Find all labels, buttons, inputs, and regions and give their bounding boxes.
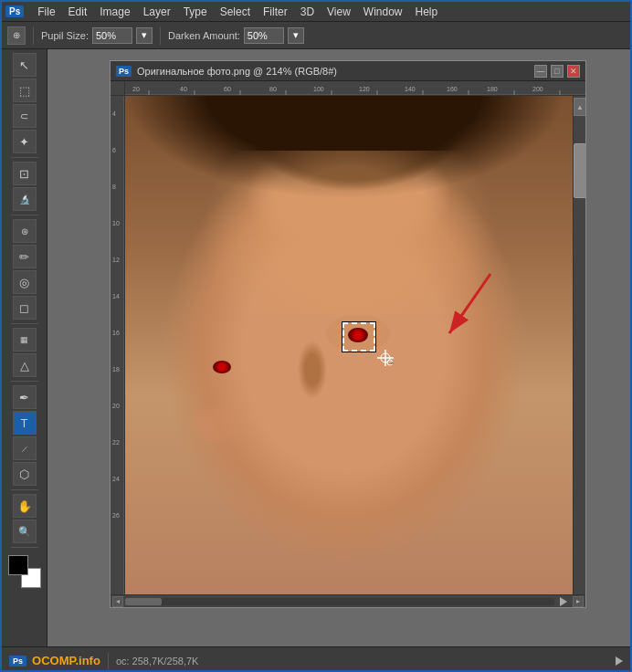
- menu-layer[interactable]: Layer: [137, 4, 177, 20]
- tool-move[interactable]: ↖: [13, 53, 37, 77]
- status-divider: [108, 653, 109, 669]
- menu-file[interactable]: File: [31, 4, 61, 20]
- tool-separator-1: [11, 157, 38, 158]
- tool-crop[interactable]: ⊡: [13, 162, 37, 185]
- scroll-left-btn[interactable]: ◂: [112, 596, 123, 607]
- menu-view[interactable]: View: [321, 4, 357, 20]
- ruler-row: 20 40 60 80 100 120 140: [111, 81, 585, 96]
- doc-title: Оригинальное фото.png @ 214% (RGB/8#): [137, 66, 534, 77]
- svg-text:20: 20: [132, 86, 140, 92]
- svg-text:14: 14: [112, 293, 120, 299]
- tool-clone[interactable]: ◎: [13, 270, 37, 294]
- tool-separator-2: [11, 215, 38, 215]
- photo: +: [125, 96, 573, 594]
- svg-text:12: 12: [112, 257, 120, 263]
- canvas-area[interactable]: Ps Оригинальное фото.png @ 214% (RGB/8#)…: [47, 49, 630, 646]
- tool-pen[interactable]: ✒: [13, 385, 37, 409]
- tool-path-select[interactable]: ⟋: [13, 436, 37, 460]
- svg-text:16: 16: [112, 330, 120, 336]
- tool-marquee[interactable]: ⬚: [13, 79, 37, 102]
- doc-minimize-btn[interactable]: —: [534, 65, 547, 78]
- darken-amount-dropdown[interactable]: ▾: [288, 27, 304, 44]
- svg-text:22: 22: [112, 439, 120, 446]
- ps-logo: Ps: [5, 5, 24, 17]
- tool-magic-wand[interactable]: ✦: [13, 130, 37, 153]
- menu-window[interactable]: Window: [357, 4, 409, 20]
- tool-hand[interactable]: ✋: [13, 494, 37, 518]
- tool-brush[interactable]: ✏: [13, 245, 37, 268]
- tool-separator-6: [11, 547, 38, 548]
- svg-text:24: 24: [112, 476, 120, 482]
- ruler-horizontal: 20 40 60 80 100 120 140: [125, 81, 585, 96]
- doc-controls: — □ ✕: [534, 65, 580, 78]
- menu-filter[interactable]: Filter: [257, 4, 294, 20]
- toolbar-divider-2: [160, 26, 161, 45]
- doc-ps-logo: Ps: [116, 66, 132, 77]
- ruler-vertical: 4 6 8 10 12 14 16 18 20 22 24 26: [111, 96, 125, 594]
- svg-text:80: 80: [269, 86, 277, 92]
- pupil-size-label: Pupil Size:: [41, 30, 89, 41]
- redeye-tool-icon[interactable]: ⊕: [7, 26, 26, 45]
- tool-separator-4: [11, 381, 38, 382]
- tool-gradient[interactable]: ▦: [13, 328, 37, 352]
- pupil-size-group: Pupil Size: ▾: [41, 27, 153, 44]
- svg-text:60: 60: [224, 86, 231, 92]
- menu-edit[interactable]: Edit: [62, 4, 94, 20]
- scrollbar-horizontal[interactable]: ◂ ▸: [111, 594, 585, 607]
- tool-separator-5: [11, 489, 38, 490]
- tool-type[interactable]: T: [13, 411, 37, 435]
- doc-maximize-btn[interactable]: □: [551, 65, 564, 78]
- tool-spot-heal[interactable]: ⊛: [13, 219, 37, 243]
- darken-amount-group: Darken Amount: ▾: [168, 27, 304, 44]
- status-ps-logo: Ps: [9, 656, 26, 667]
- menu-bar: Ps File Edit Image Layer Type Select Fil…: [2, 2, 630, 22]
- svg-text:6: 6: [112, 147, 116, 153]
- scroll-thumb[interactable]: [125, 598, 162, 605]
- menu-image[interactable]: Image: [93, 4, 136, 20]
- scroll-play-btn[interactable]: [560, 597, 567, 606]
- color-swatches[interactable]: [8, 555, 41, 588]
- pupil-size-input[interactable]: [92, 27, 132, 44]
- darken-amount-input[interactable]: [244, 27, 284, 44]
- image-canvas[interactable]: +: [125, 96, 573, 594]
- menu-type[interactable]: Type: [177, 4, 214, 20]
- svg-text:20: 20: [112, 403, 120, 409]
- doc-body: 4 6 8 10 12 14 16 18 20 22 24 26: [111, 96, 585, 594]
- tool-zoom[interactable]: 🔍: [13, 520, 37, 543]
- document-window: Ps Оригинальное фото.png @ 214% (RGB/8#)…: [110, 60, 586, 608]
- doc-titlebar: Ps Оригинальное фото.png @ 214% (RGB/8#)…: [111, 61, 585, 81]
- svg-text:26: 26: [112, 512, 120, 519]
- tool-eraser[interactable]: ◻: [13, 296, 37, 320]
- tool-lasso[interactable]: ⊂: [13, 104, 37, 128]
- svg-text:10: 10: [112, 220, 120, 226]
- tool-shape[interactable]: ⬡: [13, 462, 37, 486]
- red-eye-left: [213, 361, 231, 373]
- svg-text:100: 100: [313, 86, 324, 92]
- scroll-right-btn[interactable]: ▸: [573, 596, 584, 607]
- menu-select[interactable]: Select: [214, 4, 257, 20]
- svg-text:180: 180: [487, 86, 498, 92]
- darken-amount-label: Darken Amount:: [168, 30, 240, 41]
- selection-box: [342, 322, 375, 352]
- options-toolbar: ⊕ Pupil Size: ▾ Darken Amount: ▾: [2, 22, 630, 49]
- scrollbar-vertical[interactable]: ▲: [573, 96, 585, 594]
- scroll-track[interactable]: [125, 598, 554, 605]
- svg-text:4: 4: [112, 110, 116, 117]
- doc-content: 20 40 60 80 100 120 140: [111, 81, 585, 607]
- status-play-btn[interactable]: [616, 656, 623, 666]
- menu-help[interactable]: Help: [409, 4, 445, 20]
- main-area: ↖ ⬚ ⊂ ✦ ⊡ 🔬 ⊛ ✏ ◎ ◻ ▦ △ ✒ T ⟋ ⬡ ✋ 🔍: [2, 49, 630, 646]
- toolbox: ↖ ⬚ ⊂ ✦ ⊡ 🔬 ⊛ ✏ ◎ ◻ ▦ △ ✒ T ⟋ ⬡ ✋ 🔍: [2, 49, 47, 646]
- svg-text:18: 18: [112, 366, 120, 373]
- tool-dodge[interactable]: △: [13, 353, 37, 377]
- status-doc-info: oc: 258,7K/258,7K: [116, 656, 199, 667]
- status-logo-area: Ps OCOMP.info: [9, 654, 100, 667]
- toolbar-divider-1: [33, 26, 34, 45]
- status-bar: Ps OCOMP.info oc: 258,7K/258,7K: [2, 646, 630, 672]
- status-right: [616, 656, 623, 666]
- menu-3d[interactable]: 3D: [294, 4, 321, 20]
- foreground-color-swatch[interactable]: [8, 555, 28, 575]
- tool-eyedropper[interactable]: 🔬: [13, 187, 37, 211]
- pupil-size-dropdown[interactable]: ▾: [136, 27, 153, 44]
- doc-close-btn[interactable]: ✕: [567, 65, 580, 78]
